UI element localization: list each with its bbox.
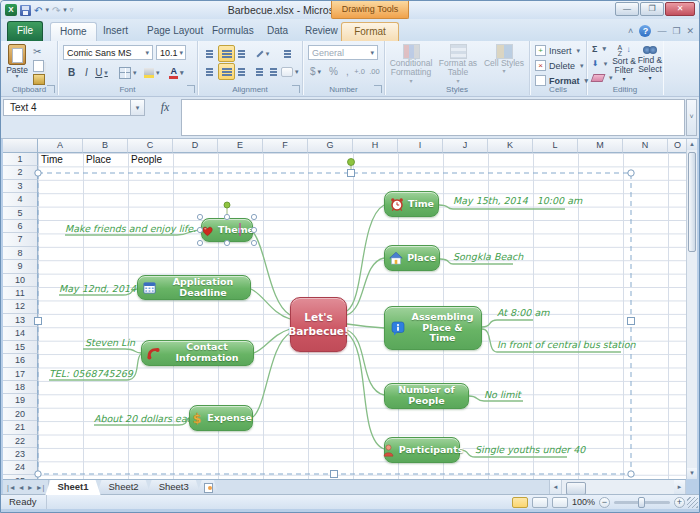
note-expense[interactable]: About 20 dollars each [94, 413, 198, 424]
tab-review[interactable]: Review [296, 22, 347, 41]
redo-dropdown-icon[interactable]: ▾ [63, 6, 67, 14]
accounting-format-button[interactable]: $ [307, 63, 324, 80]
note-contact-name[interactable]: Steven Lin [85, 337, 135, 348]
row-header[interactable]: 18 [3, 381, 38, 394]
merge-center-button[interactable] [280, 63, 300, 80]
first-sheet-icon[interactable]: |◄ [7, 484, 16, 491]
row-header[interactable]: 10 [3, 274, 38, 287]
zoom-level[interactable]: 100% [572, 497, 595, 507]
cell-b1[interactable]: Place [86, 154, 111, 165]
row-header[interactable]: 20 [3, 408, 38, 421]
align-right-button[interactable] [234, 63, 251, 80]
alignment-dialog-launcher[interactable] [292, 85, 300, 93]
row-header[interactable]: 13 [3, 314, 38, 327]
column-header[interactable]: B [83, 139, 128, 153]
name-box-dropdown-icon[interactable]: ▾ [131, 99, 145, 116]
conditional-formatting-button[interactable]: Conditional Formatting▾ [388, 44, 434, 84]
sheet-tab-sheet3[interactable]: Sheet3 [147, 480, 201, 495]
row-header[interactable]: 4 [3, 193, 38, 206]
row-header[interactable]: 23 [3, 448, 38, 461]
cell-a1[interactable]: Time [41, 154, 63, 165]
help-icon[interactable]: ? [639, 25, 651, 37]
find-select-button[interactable]: Find & Select▾ [637, 45, 663, 81]
autosum-button[interactable]: Σ [592, 44, 606, 54]
delete-cells-button[interactable]: ×Delete [535, 60, 584, 71]
mindmap-node-time[interactable]: Time [384, 191, 439, 217]
redo-icon[interactable]: ↷ [52, 5, 60, 16]
underline-button[interactable]: U [93, 64, 110, 81]
zoom-out-button[interactable]: − [599, 497, 610, 508]
cut-button[interactable]: ✂ [33, 46, 41, 57]
tab-file[interactable]: File [7, 21, 43, 41]
align-top-button[interactable] [202, 45, 219, 62]
column-header[interactable]: C [128, 139, 173, 153]
note-participants[interactable]: Single youths under 40 [475, 444, 585, 455]
mindmap-node-theme[interactable]: Theme [201, 218, 253, 242]
row-header[interactable]: 2 [3, 166, 38, 179]
mindmap-node-contact-information[interactable]: Contact Information [141, 340, 254, 366]
mindmap-center-node[interactable]: Let's Barbecue! [290, 297, 347, 352]
scroll-left-icon[interactable]: ◄ [550, 480, 562, 495]
tab-page-layout[interactable]: Page Layout [138, 22, 212, 41]
tab-format[interactable]: Format [341, 22, 399, 41]
insert-worksheet-button[interactable] [197, 480, 219, 495]
note-contact-tel[interactable]: TEL: 0568745269 [49, 368, 133, 379]
scroll-right-icon[interactable]: ► [674, 480, 686, 495]
tab-formulas[interactable]: Formulas [203, 22, 263, 41]
sort-filter-button[interactable]: AZ↓ Sort & Filter▾ [611, 45, 637, 82]
column-header[interactable]: E [218, 139, 263, 153]
mindmap-node-participants[interactable]: Participants [384, 437, 460, 463]
workbook-close-icon[interactable]: ✕ [686, 26, 694, 36]
column-header[interactable]: G [308, 139, 353, 153]
align-center-button[interactable] [218, 63, 235, 80]
row-header[interactable]: 11 [3, 287, 38, 300]
clear-button[interactable] [592, 74, 613, 82]
tab-insert[interactable]: Insert [94, 22, 137, 41]
workbook-restore-icon[interactable]: ❐ [672, 26, 680, 36]
zoom-slider-thumb[interactable] [638, 497, 645, 508]
cell-c1[interactable]: People [131, 154, 162, 165]
row-header[interactable]: 22 [3, 435, 38, 448]
row-header[interactable]: 19 [3, 394, 38, 407]
customize-qat-icon[interactable]: ▿ [70, 6, 74, 14]
prev-sheet-icon[interactable]: ◄ [18, 484, 25, 491]
scroll-down-icon[interactable]: ▼ [687, 468, 697, 479]
undo-icon[interactable]: ↶ [34, 5, 42, 16]
close-button[interactable]: ✕ [665, 2, 695, 16]
row-header[interactable]: 15 [3, 341, 38, 354]
minimize-button[interactable]: — [615, 2, 639, 16]
row-header[interactable]: 6 [3, 220, 38, 233]
workbook-minimize-icon[interactable]: — [657, 26, 666, 36]
cell-styles-button[interactable]: Cell Styles▾ [482, 44, 526, 75]
row-header[interactable]: 3 [3, 180, 38, 193]
column-header[interactable]: H [353, 139, 398, 153]
decrease-decimal-button[interactable]: .00 [366, 63, 383, 80]
note-theme[interactable]: Make friends and enjoy life. [65, 223, 196, 234]
column-header[interactable]: N [623, 139, 668, 153]
number-dialog-launcher[interactable] [374, 85, 382, 93]
note-time[interactable]: May 15th, 2014 10:00 am [453, 195, 582, 206]
mindmap-node-number-of-people[interactable]: Number of People [384, 383, 469, 409]
copy-button[interactable] [33, 60, 44, 72]
fill-button[interactable]: ⬇ [592, 59, 607, 68]
row-header[interactable]: 12 [3, 300, 38, 313]
borders-button[interactable] [118, 64, 138, 81]
undo-dropdown-icon[interactable]: ▾ [45, 6, 49, 14]
fill-color-button[interactable] [143, 64, 161, 81]
resize-grip[interactable] [687, 497, 698, 508]
column-header[interactable]: D [173, 139, 218, 153]
insert-cells-button[interactable]: +Insert [535, 45, 580, 56]
sheet-tab-sheet2[interactable]: Sheet2 [97, 480, 151, 495]
minimize-ribbon-icon[interactable]: ˄ [628, 26, 633, 36]
column-header[interactable]: I [398, 139, 443, 153]
note-number-of-people[interactable]: No limit [484, 389, 521, 400]
row-header[interactable]: 1 [3, 153, 38, 166]
cells-area[interactable]: Time Place People [38, 153, 688, 479]
mindmap-node-expense[interactable]: $ Expense [189, 405, 253, 431]
name-box[interactable]: Text 4 [3, 99, 131, 116]
note-assembling-time[interactable]: At 8:00 am [497, 307, 550, 318]
tab-data[interactable]: Data [258, 22, 297, 41]
mindmap-node-place[interactable]: Place [384, 245, 440, 271]
note-application-deadline[interactable]: May 12nd, 2014 [59, 283, 136, 294]
font-dialog-launcher[interactable] [187, 85, 195, 93]
